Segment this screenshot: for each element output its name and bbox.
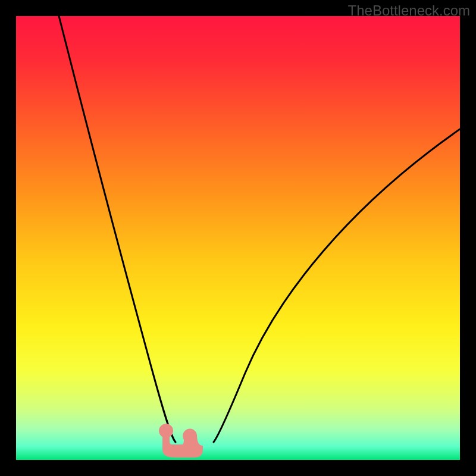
outer-frame: TheBottleneck.com — [0, 0, 476, 476]
gradient-rect — [16, 16, 460, 460]
plot-area — [16, 16, 460, 460]
watermark-text: TheBottleneck.com — [348, 2, 470, 19]
chart-svg — [16, 16, 460, 460]
